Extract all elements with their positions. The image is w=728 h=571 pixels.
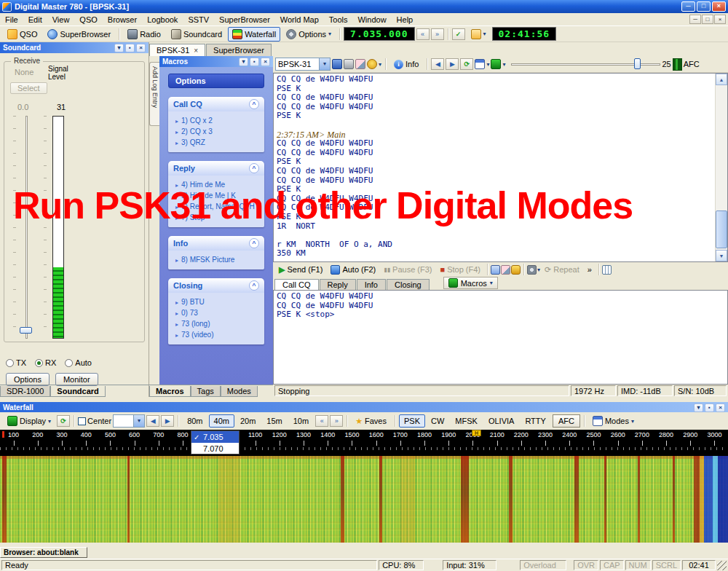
erase-icon[interactable]: [501, 265, 510, 275]
chevron-down-icon[interactable]: ▾: [319, 58, 330, 70]
collapse-chevron-icon[interactable]: ^: [249, 280, 259, 291]
insert-icon[interactable]: [491, 265, 500, 275]
macro-group-header[interactable]: Closing^: [168, 278, 264, 293]
mdi-close-button[interactable]: ×: [714, 15, 726, 24]
signal-slider-thumb[interactable]: [20, 327, 32, 334]
squelch-slider[interactable]: [511, 58, 660, 70]
qso-button[interactable]: QSO: [3, 27, 41, 42]
frequency-menu-item[interactable]: 7.070: [191, 443, 239, 454]
display-view-icon[interactable]: [491, 59, 501, 69]
prev-button[interactable]: ◀: [431, 58, 444, 70]
macro-item[interactable]: 73 (long): [175, 318, 261, 329]
options-button[interactable]: Options▾: [282, 27, 336, 42]
superbrowser-button[interactable]: SuperBrowser: [43, 27, 115, 42]
close-tab-icon[interactable]: ×: [194, 47, 198, 55]
frequency-scale[interactable]: 1002003004005006007008009001000110012001…: [0, 430, 728, 456]
panel-dropdown-icon[interactable]: ▾: [114, 44, 124, 52]
modes-dropdown-button[interactable]: Modes▾: [588, 414, 638, 428]
macro-group-header[interactable]: Call CQ^: [168, 97, 264, 111]
mode-button[interactable]: RTTY: [520, 414, 551, 428]
display-button[interactable]: Display▾: [3, 414, 55, 428]
macro-item[interactable]: 8) MFSK Picture: [175, 254, 261, 265]
receive-text-area[interactable]: CQ CQ de W4DFU W4DFUPSE KCQ CQ de W4DFU …: [273, 73, 728, 262]
menu-item[interactable]: SSTV: [183, 14, 214, 25]
afc-button[interactable]: AFC: [553, 414, 580, 428]
layout-icon[interactable]: [602, 265, 612, 275]
macros-bottom-tab[interactable]: Modes: [221, 386, 258, 397]
chevron-down-icon[interactable]: ▾: [379, 61, 381, 68]
frequency-down-button[interactable]: «: [416, 28, 430, 40]
repeat-button[interactable]: ⟳Repeat: [541, 264, 583, 275]
transmit-text-area[interactable]: CQ CQ de W4DFU W4DFUCQ CQ de W4DFU W4DFU…: [273, 290, 728, 385]
band-button[interactable]: 20m: [235, 414, 261, 428]
lock-icon[interactable]: [511, 265, 521, 275]
menu-item[interactable]: World Map: [275, 14, 324, 25]
more-button[interactable]: »: [584, 264, 596, 275]
tab-superbrowser[interactable]: SuperBrowser: [206, 44, 272, 56]
menu-item[interactable]: Tools: [324, 14, 353, 25]
band-prev-button[interactable]: ◀: [146, 415, 159, 427]
menu-item[interactable]: Logbook: [142, 14, 183, 25]
signal-slider-track[interactable]: [25, 116, 28, 339]
panel-pin-icon[interactable]: ▪: [125, 44, 135, 52]
scrollbar-thumb[interactable]: [716, 210, 727, 248]
macro-group-header[interactable]: Reply^: [168, 161, 264, 176]
slider-thumb[interactable]: [634, 58, 641, 69]
collapse-chevron-icon[interactable]: ^: [249, 163, 259, 173]
panel-close-icon[interactable]: ×: [261, 58, 270, 66]
waterfall-button[interactable]: Waterfall: [228, 27, 280, 42]
scroll-left-button[interactable]: «: [315, 415, 328, 427]
band-button[interactable]: 15m: [261, 414, 287, 428]
send-settings-gear-icon[interactable]: [527, 265, 537, 275]
band-button[interactable]: 10m: [288, 414, 314, 428]
maximize-button[interactable]: □: [697, 1, 711, 12]
soundcard-tab[interactable]: SDR-1000: [0, 386, 50, 397]
band-button[interactable]: 40m: [209, 414, 234, 428]
info-button[interactable]: iInfo: [389, 58, 423, 71]
tab-bpsk31[interactable]: BPSK-31×: [149, 44, 205, 56]
panel-dropdown-icon[interactable]: ▾: [694, 403, 703, 412]
table-view-icon[interactable]: [475, 59, 485, 69]
frequency-up-button[interactable]: »: [431, 28, 444, 40]
add-log-entry-tab[interactable]: Add Log Entry: [149, 62, 159, 126]
minimize-button[interactable]: ─: [681, 1, 695, 12]
collapse-chevron-icon[interactable]: ^: [249, 99, 259, 109]
macro-item[interactable]: 1) CQ x 2: [175, 115, 261, 126]
menu-item[interactable]: Help: [392, 14, 419, 25]
rx-scrollbar[interactable]: ▲ ▼: [715, 74, 727, 261]
refresh-button[interactable]: ⟳: [460, 58, 473, 70]
pause-button[interactable]: ▮▮Pause (F3): [380, 264, 435, 275]
macros-bottom-tab[interactable]: Tags: [191, 386, 221, 397]
menu-item[interactable]: Browser: [103, 14, 142, 25]
band-next-button[interactable]: ▶: [161, 415, 174, 427]
menu-item[interactable]: View: [47, 14, 75, 25]
menu-item[interactable]: Window: [352, 14, 391, 25]
mode-button[interactable]: CW: [426, 414, 449, 428]
panel-pin-icon[interactable]: ▪: [250, 58, 259, 66]
soundcard-button[interactable]: Soundcard: [167, 27, 226, 42]
auto-button[interactable]: Auto (F2): [327, 264, 379, 275]
macro-tab[interactable]: Info: [357, 279, 386, 290]
frequency-menu-item[interactable]: 7.035: [191, 431, 239, 443]
macro-group-header[interactable]: Info^: [168, 236, 264, 251]
macro-item[interactable]: 0) 73: [175, 307, 261, 318]
center-checkbox[interactable]: [78, 417, 86, 425]
confirm-button[interactable]: ✓: [452, 28, 465, 40]
macro-item[interactable]: 73 (video): [175, 329, 261, 340]
rx-radio[interactable]: RX: [35, 358, 56, 367]
macro-item[interactable]: 3) QRZ: [175, 137, 261, 148]
menu-item[interactable]: Edit: [23, 14, 47, 25]
panel-close-icon[interactable]: ×: [136, 44, 146, 52]
panel-pin-icon[interactable]: ▪: [705, 403, 714, 412]
soundcard-tab[interactable]: Soundcard: [50, 386, 105, 397]
send-button[interactable]: ▶Send (F1): [275, 264, 326, 275]
macro-tab[interactable]: Call CQ: [274, 279, 319, 290]
close-button[interactable]: ×: [712, 1, 726, 12]
macro-tab[interactable]: Closing: [387, 279, 430, 290]
chevron-down-icon[interactable]: ▾: [133, 415, 144, 427]
macro-tab[interactable]: Reply: [320, 279, 356, 290]
collapse-chevron-icon[interactable]: ^: [249, 238, 259, 248]
chevron-down-icon[interactable]: ▾: [486, 61, 489, 68]
mdi-restore-button[interactable]: □: [702, 15, 713, 24]
frequency-marker[interactable]: H: [472, 430, 481, 436]
